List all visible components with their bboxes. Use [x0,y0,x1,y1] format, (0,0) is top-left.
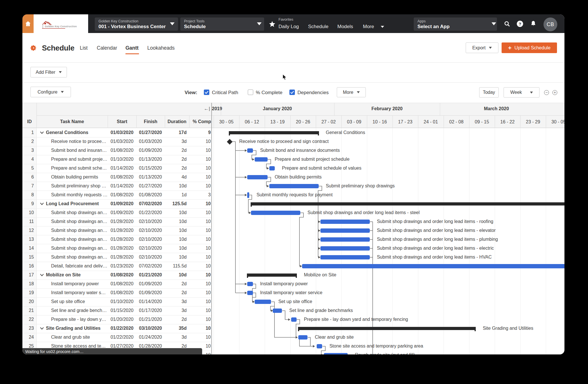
svg-text:Golden Key Construction: Golden Key Construction [45,25,77,28]
